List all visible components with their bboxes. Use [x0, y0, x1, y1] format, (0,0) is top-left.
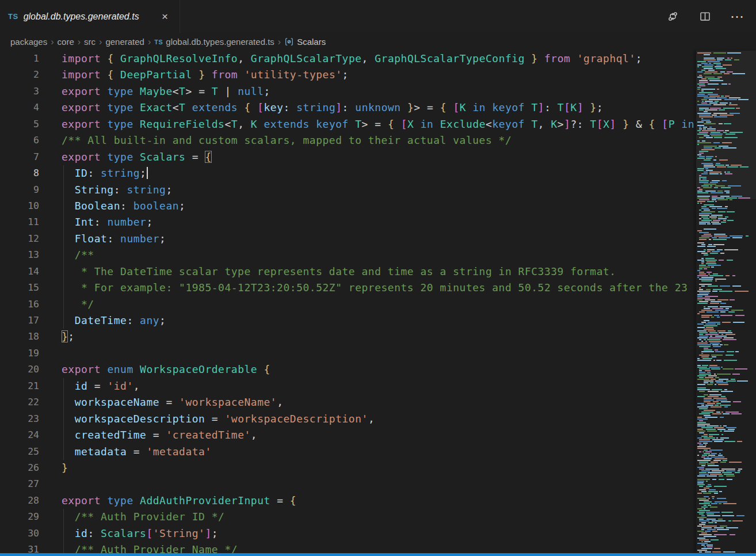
line-number[interactable]: 26 [0, 460, 39, 476]
line-number[interactable]: 27 [0, 476, 39, 492]
code-text: metadata = 'metadata' [62, 444, 212, 460]
code-text: /** Auth Provider ID */ [62, 509, 224, 525]
line-number[interactable]: 7 [0, 149, 39, 165]
line-number[interactable]: 12 [0, 231, 39, 247]
code-line[interactable]: 21 id = 'id', [0, 378, 696, 394]
line-number[interactable]: 10 [0, 198, 39, 214]
line-number[interactable]: 16 [0, 296, 39, 313]
line-number[interactable]: 23 [0, 411, 39, 427]
close-tab-icon[interactable]: × [159, 10, 170, 23]
compare-changes-icon[interactable] [665, 9, 680, 24]
breadcrumb-item-file[interactable]: TS global.db.types.generated.ts [154, 37, 274, 47]
tab-title: global.db.types.generated.ts [24, 12, 139, 22]
chevron-right-icon: › [78, 37, 81, 47]
code-text: export type AddAuthProviderInput = { [62, 493, 296, 509]
code-line[interactable]: 5export type RequireFields<T, K extends … [0, 116, 696, 132]
code-text: } [62, 460, 68, 476]
tab-bar: TS global.db.types.generated.ts × ⋯ [0, 0, 756, 33]
code-text: id = 'id', [62, 378, 140, 394]
code-editor[interactable]: 1import { GraphQLResolveInfo, GraphQLSca… [0, 51, 696, 556]
code-line[interactable]: 30 id: Scalars['String']; [0, 525, 696, 542]
code-line[interactable]: 10 Boolean: boolean; [0, 198, 696, 214]
code-text: }; [62, 329, 75, 345]
code-line[interactable]: 20export enum WorkspaceOrderable { [0, 361, 696, 378]
code-line[interactable]: 27 [0, 476, 696, 492]
line-number[interactable]: 14 [0, 264, 39, 280]
line-number[interactable]: 8 [0, 165, 39, 181]
line-number[interactable]: 4 [0, 100, 39, 116]
line-number[interactable]: 29 [0, 509, 39, 525]
breadcrumb-item-symbol[interactable]: Scalars [284, 37, 326, 47]
line-number[interactable]: 30 [0, 525, 39, 542]
breadcrumb: packages›core›src›generated› TS global.d… [0, 33, 756, 51]
code-line[interactable]: 6/** All built-in and custom scalars, ma… [0, 132, 696, 148]
line-number[interactable]: 17 [0, 313, 39, 329]
code-line[interactable]: 24 createdTime = 'createdTime', [0, 427, 696, 443]
code-text: workspaceDescription = 'workspaceDescrip… [62, 411, 375, 427]
line-number[interactable]: 18 [0, 329, 39, 345]
status-bar-strip [0, 553, 756, 556]
code-text: import { DeepPartial } from 'utility-typ… [62, 67, 349, 83]
minimap[interactable] [696, 51, 756, 553]
line-number[interactable]: 19 [0, 345, 39, 361]
code-text: export type RequireFields<T, K extends k… [62, 116, 694, 132]
chevron-right-icon: › [148, 37, 151, 47]
code-text: Int: number; [62, 214, 153, 230]
code-line[interactable]: 14 * The DateTime scalar type represents… [0, 264, 696, 280]
line-number[interactable]: 2 [0, 67, 39, 83]
code-text: export enum WorkspaceOrderable { [62, 361, 270, 378]
code-line[interactable]: 28export type AddAuthProviderInput = { [0, 493, 696, 509]
code-line[interactable]: 4export type Exact<T extends { [key: str… [0, 100, 696, 116]
code-line[interactable]: 2import { DeepPartial } from 'utility-ty… [0, 67, 696, 83]
code-line[interactable]: 22 workspaceName = 'workspaceName', [0, 394, 696, 410]
code-line[interactable]: 25 metadata = 'metadata' [0, 444, 696, 460]
code-line[interactable]: 29 /** Auth Provider ID */ [0, 509, 696, 525]
code-text: DateTime: any; [62, 313, 166, 329]
line-number[interactable]: 11 [0, 214, 39, 230]
code-line[interactable]: 9 String: string; [0, 182, 696, 198]
line-number[interactable]: 20 [0, 361, 39, 378]
code-text: Float: number; [62, 231, 166, 247]
breadcrumb-item[interactable]: src [84, 37, 96, 47]
code-line[interactable]: 3export type Maybe<T> = T | null; [0, 83, 696, 100]
line-number[interactable]: 5 [0, 116, 39, 132]
code-line[interactable]: 13 /** [0, 247, 696, 263]
code-text: export type Exact<T extends { [key: stri… [62, 100, 603, 116]
code-line[interactable]: 16 */ [0, 296, 696, 313]
breadcrumb-item[interactable]: core [58, 37, 74, 47]
line-number[interactable]: 6 [0, 132, 39, 148]
line-number[interactable]: 24 [0, 427, 39, 443]
line-number[interactable]: 9 [0, 182, 39, 198]
code-line[interactable]: 18}; [0, 329, 696, 345]
breadcrumb-item[interactable]: packages [10, 37, 47, 47]
code-line[interactable]: 23 workspaceDescription = 'workspaceDesc… [0, 411, 696, 427]
line-number[interactable]: 22 [0, 394, 39, 410]
code-line[interactable]: 12 Float: number; [0, 231, 696, 247]
breadcrumb-symbol-name: Scalars [297, 37, 326, 47]
code-line[interactable]: 7export type Scalars = { [0, 149, 696, 165]
code-line[interactable]: 8 ID: string; [0, 165, 696, 181]
symbol-type-icon [284, 37, 294, 47]
chevron-right-icon: › [278, 37, 281, 47]
code-line[interactable]: 26} [0, 460, 696, 476]
code-line[interactable]: 19 [0, 345, 696, 361]
line-number[interactable]: 13 [0, 247, 39, 263]
chevron-right-icon: › [99, 37, 102, 47]
line-number[interactable]: 25 [0, 444, 39, 460]
code-text: workspaceName = 'workspaceName', [62, 394, 284, 410]
editor-tab[interactable]: TS global.db.types.generated.ts × [0, 0, 180, 33]
split-editor-icon[interactable] [697, 9, 712, 24]
line-number[interactable]: 21 [0, 378, 39, 394]
breadcrumb-item[interactable]: generated [105, 37, 144, 47]
more-actions-icon[interactable]: ⋯ [730, 9, 744, 24]
code-line[interactable]: 1import { GraphQLResolveInfo, GraphQLSca… [0, 51, 696, 67]
code-line[interactable]: 15 * For example: "1985-04-12T23:20:50.5… [0, 280, 696, 296]
line-number[interactable]: 3 [0, 83, 39, 100]
code-text: /** [62, 247, 94, 263]
line-number[interactable]: 1 [0, 51, 39, 67]
line-number[interactable]: 15 [0, 280, 39, 296]
code-line[interactable]: 11 Int: number; [0, 214, 696, 230]
code-text: ID: string; [62, 165, 148, 181]
code-line[interactable]: 17 DateTime: any; [0, 313, 696, 329]
line-number[interactable]: 28 [0, 493, 39, 509]
